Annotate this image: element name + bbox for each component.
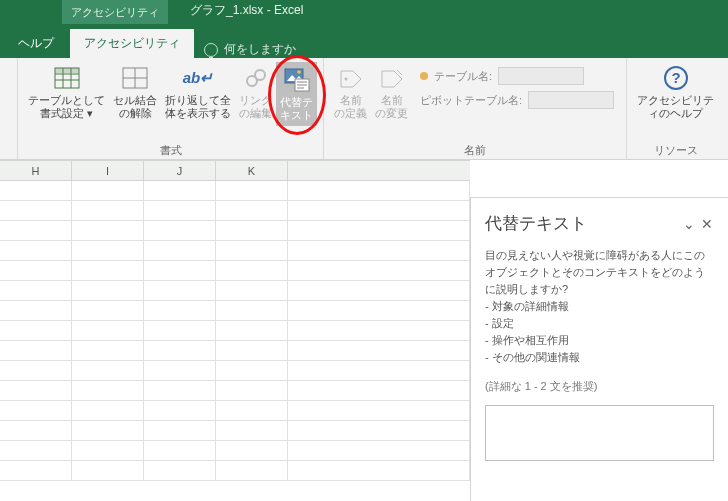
titlebar: アクセシビリティ グラフ_1.xlsx - Excel ヘルプ アクセシビリティ… bbox=[0, 0, 728, 58]
bullet-icon bbox=[420, 72, 428, 80]
tell-me-search[interactable]: 何をしますか bbox=[194, 41, 306, 58]
svg-marker-20 bbox=[382, 71, 402, 87]
group-name-label: 名前 bbox=[330, 143, 620, 159]
pane-description: 目の見えない人や視覚に障碍がある人にこのオブジェクトとそのコンテキストをどのよう… bbox=[485, 247, 714, 298]
grid-rows bbox=[0, 181, 470, 481]
table-name-field[interactable] bbox=[498, 67, 584, 85]
group-format-label: 書式 bbox=[24, 143, 317, 159]
pane-title: 代替テキスト bbox=[485, 212, 680, 235]
edit-links-button: リンク の編集 bbox=[235, 62, 276, 122]
change-name-button: 名前 の変更 bbox=[371, 62, 412, 122]
col-header[interactable]: H bbox=[0, 161, 72, 180]
pivot-name-row: ピボットテーブル名: bbox=[420, 91, 614, 109]
svg-rect-5 bbox=[55, 68, 79, 73]
wrap-text-button[interactable]: ab↵ 折り返して全 体を表示する bbox=[161, 62, 235, 122]
help-icon: ? bbox=[662, 64, 690, 92]
svg-point-10 bbox=[255, 70, 265, 80]
table-icon bbox=[53, 64, 81, 92]
rename-icon bbox=[378, 64, 406, 92]
pane-bullet: - 対象の詳細情報 bbox=[485, 298, 714, 315]
unmerge-cells-button[interactable]: セル結合 の解除 bbox=[109, 62, 161, 122]
alt-text-icon bbox=[283, 66, 311, 94]
context-tab-label: アクセシビリティ bbox=[62, 0, 168, 24]
pane-bullet: - その他の関連情報 bbox=[485, 349, 714, 366]
col-header-empty bbox=[288, 161, 470, 180]
pane-close-button[interactable]: ✕ bbox=[698, 216, 716, 232]
group-resource: ? アクセシビリテ ィのヘルプ リソース bbox=[627, 58, 724, 159]
tab-help[interactable]: ヘルプ bbox=[0, 29, 70, 58]
worksheet-grid[interactable]: H I J K bbox=[0, 160, 470, 500]
alt-text-pane: 代替テキスト ⌄ ✕ 目の見えない人や視覚に障碍がある人にこのオブジェクトとその… bbox=[470, 197, 728, 501]
wrap-text-icon: ab↵ bbox=[184, 64, 212, 92]
link-icon bbox=[242, 64, 270, 92]
unmerge-icon bbox=[121, 64, 149, 92]
tag-icon bbox=[337, 64, 365, 92]
svg-point-13 bbox=[297, 70, 301, 74]
alt-text-input[interactable] bbox=[485, 405, 714, 461]
ribbon: テーブルとして 書式設定 ▾ セル結合 の解除 ab↵ 折り返して全 体を表示す… bbox=[0, 58, 728, 160]
accessibility-help-button[interactable]: ? アクセシビリテ ィのヘルプ bbox=[633, 62, 718, 122]
col-header[interactable]: J bbox=[144, 161, 216, 180]
col-header[interactable]: I bbox=[72, 161, 144, 180]
alt-text-button[interactable]: 代替テ キスト bbox=[276, 62, 317, 126]
file-title: グラフ_1.xlsx - Excel bbox=[190, 2, 303, 19]
pane-hint: (詳細な 1 - 2 文を推奨) bbox=[485, 378, 714, 395]
pane-collapse-button[interactable]: ⌄ bbox=[680, 216, 698, 232]
pane-bullet: - 操作や相互作用 bbox=[485, 332, 714, 349]
tell-me-label: 何をしますか bbox=[224, 41, 296, 58]
svg-marker-18 bbox=[341, 71, 361, 87]
svg-text:?: ? bbox=[671, 69, 680, 86]
group-name: 名前 の定義 名前 の変更 テーブル名: ピボットテーブル名: bbox=[324, 58, 627, 159]
pivot-name-label: ピボットテーブル名: bbox=[420, 93, 522, 108]
define-name-button: 名前 の定義 bbox=[330, 62, 371, 122]
group-resource-label: リソース bbox=[633, 143, 718, 159]
table-name-row: テーブル名: bbox=[420, 67, 614, 85]
format-as-table-button[interactable]: テーブルとして 書式設定 ▾ bbox=[24, 62, 109, 122]
col-header[interactable]: K bbox=[216, 161, 288, 180]
ribbon-tabs: ヘルプ アクセシビリティ 何をしますか bbox=[0, 30, 306, 58]
lightbulb-icon bbox=[204, 43, 218, 57]
tab-accessibility[interactable]: アクセシビリティ bbox=[70, 29, 194, 58]
group-format: テーブルとして 書式設定 ▾ セル結合 の解除 ab↵ 折り返して全 体を表示す… bbox=[18, 58, 324, 159]
svg-point-19 bbox=[344, 78, 347, 81]
column-headers: H I J K bbox=[0, 161, 470, 181]
table-name-label: テーブル名: bbox=[434, 69, 492, 84]
pivot-name-field[interactable] bbox=[528, 91, 614, 109]
pane-bullet: - 設定 bbox=[485, 315, 714, 332]
